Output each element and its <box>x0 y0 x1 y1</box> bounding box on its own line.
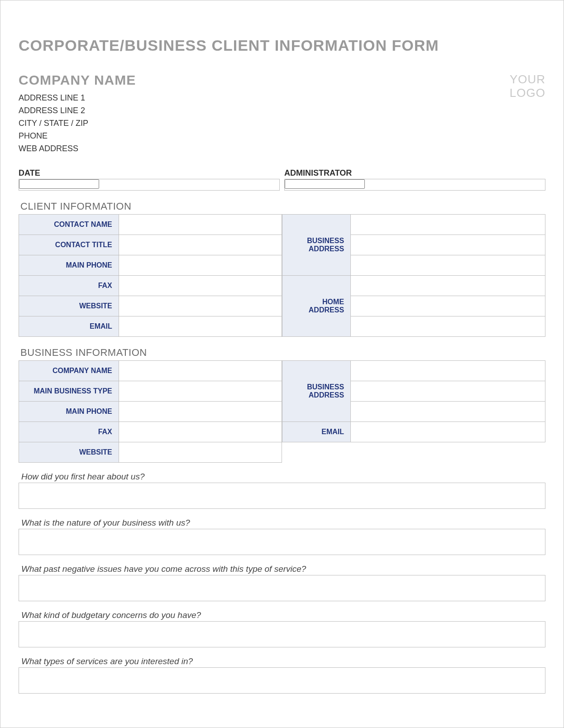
input-biz-addr-3[interactable] <box>351 402 545 421</box>
input-biz-main-phone[interactable] <box>119 402 282 421</box>
lbl-client-fax: FAX <box>19 276 119 296</box>
answer-2[interactable] <box>19 529 545 555</box>
lbl-biz-main-phone: MAIN PHONE <box>19 402 119 422</box>
input-biz-addr-1[interactable] <box>351 361 545 381</box>
input-biz-addr-2[interactable] <box>351 381 545 401</box>
input-client-biz-addr-3[interactable] <box>351 255 545 275</box>
question-2: What is the nature of your business with… <box>21 518 545 528</box>
input-biz-company-name[interactable] <box>119 361 282 381</box>
answer-4[interactable] <box>19 622 545 647</box>
lbl-biz-email: EMAIL <box>282 422 351 442</box>
question-4: What kind of budgetary concerns do you h… <box>21 610 545 620</box>
phone: PHONE <box>19 129 136 142</box>
input-client-home-addr-3[interactable] <box>351 316 545 336</box>
admin-input-box[interactable] <box>284 179 545 191</box>
input-client-fax[interactable] <box>119 276 282 296</box>
lbl-client-main-phone: MAIN PHONE <box>19 255 119 276</box>
input-contact-title[interactable] <box>119 235 282 255</box>
lbl-biz-website: WEBSITE <box>19 442 119 463</box>
lbl-client-email: EMAIL <box>19 316 119 337</box>
input-client-website[interactable] <box>119 296 282 316</box>
admin-input[interactable] <box>285 179 365 189</box>
input-biz-email[interactable] <box>351 422 545 442</box>
lbl-biz-type: MAIN BUSINESS TYPE <box>19 381 119 402</box>
answer-1[interactable] <box>19 483 545 508</box>
logo-line-1: YOUR <box>510 72 545 86</box>
address-line-1: ADDRESS LINE 1 <box>19 91 136 104</box>
date-admin-row: DATE ADMINISTRATOR <box>19 168 545 191</box>
input-client-main-phone[interactable] <box>119 255 282 275</box>
form-sheet: CORPORATE/BUSINESS CLIENT INFORMATION FO… <box>0 0 564 728</box>
date-label: DATE <box>19 168 280 178</box>
answer-box-4[interactable] <box>19 621 545 647</box>
date-input[interactable] <box>19 179 99 189</box>
company-block: COMPANY NAME ADDRESS LINE 1 ADDRESS LINE… <box>19 72 136 155</box>
input-client-home-addr-1[interactable] <box>351 276 545 296</box>
company-name: COMPANY NAME <box>19 72 136 88</box>
form-title: CORPORATE/BUSINESS CLIENT INFORMATION FO… <box>19 37 545 54</box>
business-right-table: BUSINESS ADDRESS EMAIL <box>282 360 545 442</box>
answer-5[interactable] <box>19 668 545 693</box>
input-client-biz-addr-1[interactable] <box>351 215 545 235</box>
client-left-table: CONTACT NAME CONTACT TITLE MAIN PHONE FA… <box>19 214 282 337</box>
section-heading-client: CLIENT INFORMATION <box>20 201 545 212</box>
lbl-biz-company-name: COMPANY NAME <box>19 361 119 381</box>
lbl-biz-business-address: BUSINESS ADDRESS <box>282 361 351 422</box>
web-address: WEB ADDRESS <box>19 142 136 155</box>
address-line-2: ADDRESS LINE 2 <box>19 104 136 117</box>
admin-label: ADMINISTRATOR <box>284 168 545 178</box>
header-row: COMPANY NAME ADDRESS LINE 1 ADDRESS LINE… <box>19 72 545 155</box>
input-contact-name[interactable] <box>119 215 282 235</box>
answer-3[interactable] <box>19 575 545 601</box>
input-biz-website[interactable] <box>119 442 282 462</box>
question-3: What past negative issues have you come … <box>21 564 545 574</box>
business-left-table: COMPANY NAME MAIN BUSINESS TYPE MAIN PHO… <box>19 360 282 463</box>
lbl-client-website: WEBSITE <box>19 296 119 316</box>
logo-line-2: LOGO <box>510 86 545 100</box>
answer-box-5[interactable] <box>19 667 545 694</box>
lbl-contact-title: CONTACT TITLE <box>19 235 119 255</box>
input-biz-fax[interactable] <box>119 422 282 442</box>
lbl-contact-name: CONTACT NAME <box>19 215 119 235</box>
lbl-client-home-address: HOME ADDRESS <box>282 276 351 337</box>
input-client-email[interactable] <box>119 316 282 336</box>
lbl-client-business-address: BUSINESS ADDRESS <box>282 215 351 276</box>
date-input-box[interactable] <box>19 179 280 191</box>
question-1: How did you first hear about us? <box>21 472 545 482</box>
logo-placeholder: YOUR LOGO <box>510 72 545 100</box>
answer-box-3[interactable] <box>19 575 545 601</box>
city-state-zip: CITY / STATE / ZIP <box>19 117 136 129</box>
business-info-grid: COMPANY NAME MAIN BUSINESS TYPE MAIN PHO… <box>19 360 545 463</box>
answer-box-1[interactable] <box>19 483 545 509</box>
lbl-biz-fax: FAX <box>19 422 119 442</box>
client-right-table: BUSINESS ADDRESS HOME ADDRESS <box>282 214 545 337</box>
input-client-biz-addr-2[interactable] <box>351 235 545 255</box>
input-client-home-addr-2[interactable] <box>351 296 545 316</box>
answer-box-2[interactable] <box>19 529 545 555</box>
input-biz-type[interactable] <box>119 381 282 401</box>
section-heading-business: BUSINESS INFORMATION <box>20 347 545 359</box>
question-5: What types of services are you intereste… <box>21 656 545 666</box>
client-info-grid: CONTACT NAME CONTACT TITLE MAIN PHONE FA… <box>19 214 545 337</box>
